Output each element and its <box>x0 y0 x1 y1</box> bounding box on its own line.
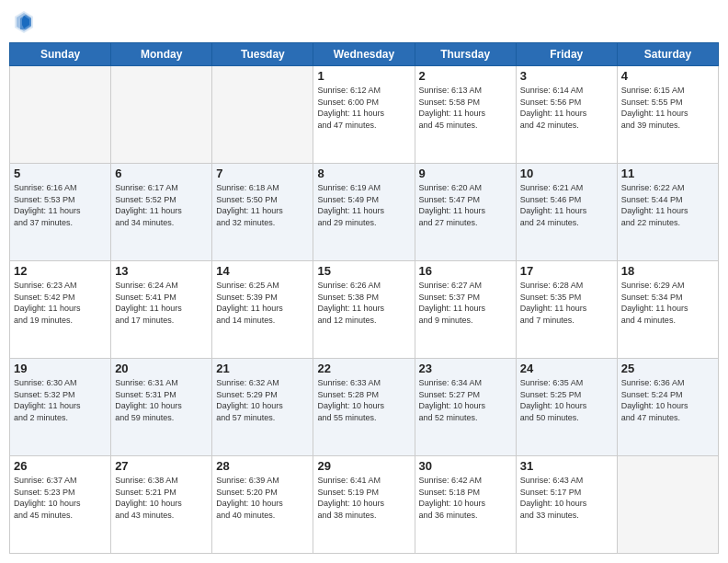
calendar-cell: 24Sunrise: 6:35 AM Sunset: 5:25 PM Dayli… <box>516 359 617 456</box>
week-row-4: 19Sunrise: 6:30 AM Sunset: 5:32 PM Dayli… <box>10 359 719 456</box>
day-info: Sunrise: 6:43 AM Sunset: 5:17 PM Dayligh… <box>520 475 613 521</box>
weekday-header-monday: Monday <box>111 43 212 66</box>
day-info: Sunrise: 6:18 AM Sunset: 5:50 PM Dayligh… <box>216 182 309 228</box>
day-number: 28 <box>216 459 309 473</box>
day-info: Sunrise: 6:17 AM Sunset: 5:52 PM Dayligh… <box>115 182 208 228</box>
day-number: 5 <box>14 167 107 180</box>
day-number: 12 <box>14 264 107 278</box>
calendar-cell: 29Sunrise: 6:41 AM Sunset: 5:19 PM Dayli… <box>313 456 415 554</box>
day-info: Sunrise: 6:37 AM Sunset: 5:23 PM Dayligh… <box>14 475 107 521</box>
calendar-cell: 23Sunrise: 6:34 AM Sunset: 5:27 PM Dayli… <box>415 359 516 456</box>
calendar-cell: 6Sunrise: 6:17 AM Sunset: 5:52 PM Daylig… <box>111 164 212 261</box>
calendar-cell: 4Sunrise: 6:15 AM Sunset: 5:55 PM Daylig… <box>617 66 718 164</box>
calendar-cell <box>212 66 313 164</box>
calendar-cell: 1Sunrise: 6:12 AM Sunset: 6:00 PM Daylig… <box>313 66 415 164</box>
day-info: Sunrise: 6:24 AM Sunset: 5:41 PM Dayligh… <box>115 280 208 326</box>
day-info: Sunrise: 6:12 AM Sunset: 6:00 PM Dayligh… <box>317 85 410 131</box>
calendar-cell: 10Sunrise: 6:21 AM Sunset: 5:46 PM Dayli… <box>516 164 617 261</box>
day-info: Sunrise: 6:19 AM Sunset: 5:49 PM Dayligh… <box>317 182 410 228</box>
calendar-cell: 22Sunrise: 6:33 AM Sunset: 5:28 PM Dayli… <box>313 359 415 456</box>
day-number: 18 <box>621 264 714 278</box>
calendar-cell: 11Sunrise: 6:22 AM Sunset: 5:44 PM Dayli… <box>617 164 718 261</box>
day-info: Sunrise: 6:42 AM Sunset: 5:18 PM Dayligh… <box>419 475 512 521</box>
weekday-header-sunday: Sunday <box>10 43 111 66</box>
day-info: Sunrise: 6:29 AM Sunset: 5:34 PM Dayligh… <box>621 280 714 326</box>
day-info: Sunrise: 6:36 AM Sunset: 5:24 PM Dayligh… <box>621 377 714 423</box>
week-row-1: 1Sunrise: 6:12 AM Sunset: 6:00 PM Daylig… <box>10 66 719 164</box>
day-info: Sunrise: 6:22 AM Sunset: 5:44 PM Dayligh… <box>621 182 714 228</box>
day-number: 30 <box>419 459 512 473</box>
day-info: Sunrise: 6:30 AM Sunset: 5:32 PM Dayligh… <box>14 377 107 423</box>
day-number: 1 <box>317 69 410 83</box>
day-number: 27 <box>115 459 208 473</box>
day-number: 7 <box>216 167 309 180</box>
day-info: Sunrise: 6:32 AM Sunset: 5:29 PM Dayligh… <box>216 377 309 423</box>
weekday-header-wednesday: Wednesday <box>313 43 415 66</box>
weekday-header-thursday: Thursday <box>415 43 516 66</box>
day-number: 8 <box>317 167 410 180</box>
calendar-cell: 28Sunrise: 6:39 AM Sunset: 5:20 PM Dayli… <box>212 456 313 554</box>
weekday-header-row: SundayMondayTuesdayWednesdayThursdayFrid… <box>10 43 719 66</box>
week-row-5: 26Sunrise: 6:37 AM Sunset: 5:23 PM Dayli… <box>10 456 719 554</box>
day-number: 9 <box>419 167 512 180</box>
logo <box>13 9 37 35</box>
day-info: Sunrise: 6:34 AM Sunset: 5:27 PM Dayligh… <box>419 377 512 423</box>
week-row-3: 12Sunrise: 6:23 AM Sunset: 5:42 PM Dayli… <box>10 261 719 359</box>
day-info: Sunrise: 6:26 AM Sunset: 5:38 PM Dayligh… <box>317 280 410 326</box>
calendar-cell: 21Sunrise: 6:32 AM Sunset: 5:29 PM Dayli… <box>212 359 313 456</box>
weekday-header-friday: Friday <box>516 43 617 66</box>
day-number: 10 <box>520 167 613 180</box>
day-number: 11 <box>621 167 714 180</box>
calendar-cell: 18Sunrise: 6:29 AM Sunset: 5:34 PM Dayli… <box>617 261 718 359</box>
day-info: Sunrise: 6:16 AM Sunset: 5:53 PM Dayligh… <box>14 182 107 228</box>
logo-icon <box>13 9 35 35</box>
day-number: 17 <box>520 264 613 278</box>
day-number: 16 <box>419 264 512 278</box>
day-number: 14 <box>216 264 309 278</box>
calendar-cell: 8Sunrise: 6:19 AM Sunset: 5:49 PM Daylig… <box>313 164 415 261</box>
calendar-cell: 9Sunrise: 6:20 AM Sunset: 5:47 PM Daylig… <box>415 164 516 261</box>
day-number: 13 <box>115 264 208 278</box>
day-info: Sunrise: 6:41 AM Sunset: 5:19 PM Dayligh… <box>317 475 410 521</box>
calendar-cell: 2Sunrise: 6:13 AM Sunset: 5:58 PM Daylig… <box>415 66 516 164</box>
day-number: 15 <box>317 264 410 278</box>
day-number: 31 <box>520 459 613 473</box>
calendar-cell: 14Sunrise: 6:25 AM Sunset: 5:39 PM Dayli… <box>212 261 313 359</box>
day-number: 26 <box>14 459 107 473</box>
day-number: 29 <box>317 459 410 473</box>
calendar-cell: 13Sunrise: 6:24 AM Sunset: 5:41 PM Dayli… <box>111 261 212 359</box>
day-number: 23 <box>419 362 512 375</box>
day-number: 22 <box>317 362 410 375</box>
calendar-cell: 30Sunrise: 6:42 AM Sunset: 5:18 PM Dayli… <box>415 456 516 554</box>
day-info: Sunrise: 6:25 AM Sunset: 5:39 PM Dayligh… <box>216 280 309 326</box>
calendar-cell <box>10 66 111 164</box>
calendar-cell: 19Sunrise: 6:30 AM Sunset: 5:32 PM Dayli… <box>10 359 111 456</box>
day-number: 3 <box>520 69 613 83</box>
day-number: 21 <box>216 362 309 375</box>
calendar-cell: 27Sunrise: 6:38 AM Sunset: 5:21 PM Dayli… <box>111 456 212 554</box>
calendar-cell: 25Sunrise: 6:36 AM Sunset: 5:24 PM Dayli… <box>617 359 718 456</box>
header <box>9 9 719 35</box>
day-info: Sunrise: 6:35 AM Sunset: 5:25 PM Dayligh… <box>520 377 613 423</box>
calendar-cell: 5Sunrise: 6:16 AM Sunset: 5:53 PM Daylig… <box>10 164 111 261</box>
calendar-cell <box>617 456 718 554</box>
day-info: Sunrise: 6:14 AM Sunset: 5:56 PM Dayligh… <box>520 85 613 131</box>
calendar-cell <box>111 66 212 164</box>
day-info: Sunrise: 6:31 AM Sunset: 5:31 PM Dayligh… <box>115 377 208 423</box>
day-number: 2 <box>419 69 512 83</box>
day-info: Sunrise: 6:39 AM Sunset: 5:20 PM Dayligh… <box>216 475 309 521</box>
day-info: Sunrise: 6:27 AM Sunset: 5:37 PM Dayligh… <box>419 280 512 326</box>
calendar-cell: 26Sunrise: 6:37 AM Sunset: 5:23 PM Dayli… <box>10 456 111 554</box>
calendar-cell: 17Sunrise: 6:28 AM Sunset: 5:35 PM Dayli… <box>516 261 617 359</box>
calendar-cell: 7Sunrise: 6:18 AM Sunset: 5:50 PM Daylig… <box>212 164 313 261</box>
weekday-header-tuesday: Tuesday <box>212 43 313 66</box>
day-info: Sunrise: 6:33 AM Sunset: 5:28 PM Dayligh… <box>317 377 410 423</box>
day-number: 6 <box>115 167 208 180</box>
calendar-cell: 15Sunrise: 6:26 AM Sunset: 5:38 PM Dayli… <box>313 261 415 359</box>
weekday-header-saturday: Saturday <box>617 43 718 66</box>
calendar-table: SundayMondayTuesdayWednesdayThursdayFrid… <box>9 42 719 554</box>
day-number: 19 <box>14 362 107 375</box>
day-info: Sunrise: 6:38 AM Sunset: 5:21 PM Dayligh… <box>115 475 208 521</box>
day-number: 4 <box>621 69 714 83</box>
page: SundayMondayTuesdayWednesdayThursdayFrid… <box>0 0 728 563</box>
